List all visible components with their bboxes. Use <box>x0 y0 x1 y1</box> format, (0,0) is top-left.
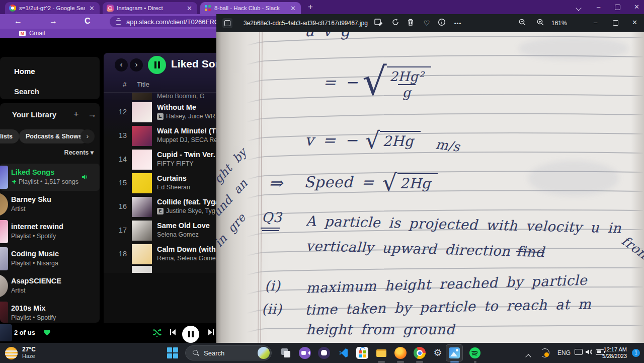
library-item-2010s-mix[interactable]: 2010s Mix Playlist • Spotify <box>0 300 100 323</box>
album-art <box>132 93 152 100</box>
running-indicator <box>416 361 423 363</box>
library-sort-recents[interactable]: Recents ▾ <box>64 149 94 156</box>
browser-close-button[interactable]: ✕ <box>634 3 639 11</box>
zoom-out-icon[interactable] <box>517 18 527 28</box>
running-indicator <box>474 361 476 363</box>
photos-taskbar-icon-active[interactable] <box>446 344 463 361</box>
chip-podcasts-shows[interactable]: Podcasts & Shows <box>19 129 89 143</box>
back-circle-button[interactable]: ‹ <box>115 58 128 71</box>
tab-instagram[interactable]: Instagram • Direct ✕ <box>103 2 197 14</box>
tab-close-icon[interactable]: ✕ <box>88 5 96 12</box>
liked-heart-icon[interactable] <box>43 329 51 336</box>
track-row[interactable]: 15 Curtains Ed Sheeran <box>104 171 217 195</box>
album-art <box>132 150 152 170</box>
file-explorer-icon[interactable] <box>375 347 387 359</box>
q3-underline <box>262 230 279 231</box>
track-row[interactable]: 16 Collide (feat. Tyga) EJustine Skye, T… <box>104 195 217 219</box>
photos-minimize-button[interactable]: – <box>594 19 597 26</box>
next-track-icon[interactable] <box>207 328 215 337</box>
handwriting-equation-3: ⇒ Speed = √ 2Hg <box>269 173 438 193</box>
browser-maximize-button[interactable] <box>615 4 620 12</box>
zoom-in-icon[interactable] <box>535 18 545 28</box>
notification-badge[interactable]: 1 <box>632 349 640 357</box>
back-icon[interactable]: ← <box>14 17 22 26</box>
previous-track-icon[interactable] <box>169 328 177 337</box>
network-display-icon[interactable] <box>575 349 583 355</box>
tab-google-search[interactable]: s=1/2ut-gt^2 - Google Search ✕ <box>5 2 100 14</box>
sidebar-item-home[interactable]: Home <box>14 67 35 76</box>
album-art <box>132 126 152 146</box>
tab-slack-active[interactable]: 8-ball - Hack Club - Slack ✕ <box>200 2 301 14</box>
library-item-liked-songs[interactable]: Liked Songs Playlist • 1,517 songs <box>0 164 100 191</box>
taskbar-search[interactable]: Search <box>185 345 272 360</box>
rotate-icon[interactable] <box>390 18 400 28</box>
spotify-taskbar-icon[interactable] <box>469 347 481 359</box>
track-artists: Ed Sheeran <box>157 184 217 191</box>
library-item-barney-sku[interactable]: Barney Sku Artist <box>0 191 100 218</box>
settings-gear-icon[interactable]: ⚙ <box>432 347 444 359</box>
now-playing-title[interactable]: 2 of us <box>14 329 35 336</box>
tab-title: 8-ball - Hack Club - Slack <box>214 5 286 11</box>
track-row-partial-bottom[interactable] <box>104 266 217 273</box>
pause-playlist-button[interactable] <box>148 56 166 74</box>
language-indicator[interactable]: ENG <box>557 349 571 356</box>
shuffle-icon[interactable] <box>152 328 162 337</box>
start-button[interactable] <box>167 347 178 358</box>
favorite-heart-icon[interactable]: ♡ <box>422 18 432 28</box>
sidebar-item-search[interactable]: Search <box>14 87 39 96</box>
track-row[interactable]: 17 Same Old Love Selena Gomez <box>104 219 217 242</box>
track-row[interactable]: 18 Calm Down (with S Rema, Selena Gomez <box>104 242 217 266</box>
chip-playlists[interactable]: lists <box>0 129 19 143</box>
microsoft-store-icon[interactable] <box>356 347 368 359</box>
track-row[interactable]: 14 Cupid - Twin Ver. FIFTY FIFTY <box>104 148 217 171</box>
your-library-title[interactable]: Your Library <box>12 110 56 119</box>
library-expand-icon[interactable]: → <box>88 109 97 120</box>
chips-arrow-button[interactable]: › <box>80 129 95 143</box>
tab-title: s=1/2ut-gt^2 - Google Search <box>19 5 85 11</box>
task-view-icon[interactable] <box>280 347 292 359</box>
forward-icon[interactable]: → <box>49 17 57 26</box>
library-item-asapscience[interactable]: AsapSCIENCE Artist <box>0 272 100 300</box>
edit-image-icon[interactable] <box>373 18 383 28</box>
bookmark-gmail[interactable]: Gmail <box>29 30 45 37</box>
new-tab-button[interactable]: + <box>308 2 313 12</box>
track-row[interactable]: 13 Wait A Minute! (Ti Muppet DJ, SECA Re <box>104 124 217 148</box>
now-playing-bar: 2 of us <box>0 323 217 343</box>
library-item-internet-rewind[interactable]: internet rewind Playlist • Spotify <box>0 218 100 245</box>
handwriting-equation-1: = − √ 2Hg²g <box>323 63 431 100</box>
pause-button[interactable] <box>182 326 199 343</box>
zoom-level[interactable]: 161% <box>551 20 567 27</box>
chrome-icon[interactable] <box>414 347 426 359</box>
photos-maximize-button[interactable] <box>613 20 618 27</box>
weather-temp: 27°C <box>22 346 36 353</box>
browser-minimize-button[interactable]: – <box>597 3 600 11</box>
firefox-icon[interactable] <box>394 347 407 359</box>
vscode-icon[interactable] <box>337 347 349 359</box>
date: 5/28/2023 <box>602 353 627 359</box>
notebook-photo: u v g = − √ 2Hg²g v = − √ 2Hg m/s ⇒ Spee… <box>216 32 644 343</box>
tab-close-icon[interactable]: ✕ <box>289 5 297 12</box>
playlist-art <box>0 220 8 243</box>
taskbar-clock[interactable]: 12:17 AM5/28/2023 <box>602 346 627 359</box>
speaker-playing-icon <box>81 173 89 181</box>
forward-circle-button[interactable]: › <box>130 58 143 71</box>
running-indicator <box>378 361 385 363</box>
sync-update-icon[interactable] <box>540 348 549 357</box>
library-add-icon[interactable]: + <box>73 109 79 120</box>
track-row[interactable]: 12 Without Me EHalsey, Juice WR <box>104 100 217 124</box>
info-icon[interactable] <box>437 18 447 28</box>
track-row-partial-top[interactable]: Metro Boomin, G <box>104 93 217 100</box>
track-artists: Rema, Selena Gomez <box>157 255 217 262</box>
github-icon[interactable] <box>318 347 330 359</box>
video-chat-app-icon[interactable] <box>299 347 311 359</box>
reload-icon[interactable]: C <box>85 17 91 26</box>
tray-chevron-icon[interactable] <box>526 352 530 361</box>
photos-close-button[interactable]: ✕ <box>632 19 637 26</box>
more-options-icon[interactable]: ••• <box>453 18 463 28</box>
photo-filename: 3e2b68e3-cdc5-4ab3-ad39-c87167d99467.jpg <box>244 20 368 27</box>
volume-icon[interactable] <box>585 348 597 360</box>
tab-search-chevron-icon[interactable] <box>577 4 581 12</box>
tab-close-icon[interactable]: ✕ <box>186 5 193 12</box>
library-item-coding-music[interactable]: Coding Music Playlist • Nisarga <box>0 245 100 272</box>
delete-icon[interactable] <box>406 18 416 28</box>
